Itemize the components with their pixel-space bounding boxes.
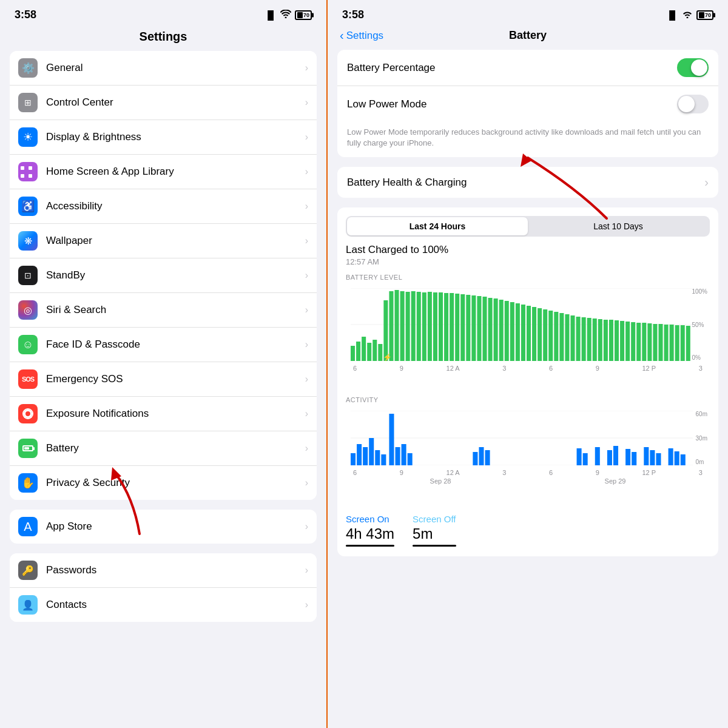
right-nav: ‹ Settings Battery [328,26,728,50]
svg-rect-16 [422,292,426,361]
svg-rect-15 [417,292,421,361]
x-12a: 12 A [447,365,460,372]
y-0: 0% [692,354,707,361]
left-status-icons: ▐▌ 70 [265,10,312,20]
sidebar-item-accessibility[interactable]: ♿ Accessibility › [10,189,317,224]
svg-rect-10 [389,291,393,361]
display-label: Display & Brightness [46,131,305,143]
back-button[interactable]: ‹ Settings [340,29,383,42]
ax-12p: 12 P [642,469,656,476]
svg-rect-76 [396,447,400,465]
sidebar-item-face-id[interactable]: ☺ Face ID & Passcode › [10,328,317,362]
right-battery-icon: 70 [696,10,713,20]
period-10d[interactable]: Last 10 Days [528,217,709,235]
battery-percentage-toggle[interactable] [677,58,709,77]
battery-label: Battery [46,442,305,454]
svg-rect-19 [439,292,443,361]
contacts-chevron: › [305,599,308,610]
toggle-group: Battery Percentage Low Power Mode Low Po… [337,50,718,157]
sidebar-item-exposure[interactable]: Exposure Notifications › [10,397,317,431]
screen-off-value: 5m [413,525,456,542]
sidebar-item-contacts[interactable]: 👤 Contacts › [10,588,317,622]
sidebar-item-wallpaper[interactable]: ❋ Wallpaper › [10,224,317,258]
display-chevron: › [305,132,308,143]
emergency-sos-chevron: › [305,374,308,385]
passwords-icon: 🔑 [18,561,38,580]
svg-rect-45 [582,317,586,361]
left-panel: 3:58 ▐▌ 70 Settings [0,0,328,728]
svg-rect-81 [485,450,490,465]
sidebar-item-control-center[interactable]: ⊞ Control Center › [10,86,317,120]
ax-6p: 6 [549,469,553,476]
svg-rect-53 [625,322,630,361]
svg-rect-80 [479,447,484,465]
svg-rect-31 [505,301,509,361]
standby-chevron: › [305,270,308,281]
control-center-chevron: › [305,97,308,108]
screen-on-value: 4h 43m [346,525,394,542]
svg-rect-4 [356,342,360,361]
sidebar-item-general[interactable]: ⚙️ General › [10,51,317,86]
x-3a: 3 [502,365,506,372]
svg-rect-88 [632,452,636,465]
settings-group-appstore: A App Store › [10,510,317,544]
svg-rect-6 [367,343,371,361]
svg-rect-14 [411,291,416,361]
emergency-sos-label: Emergency SOS [46,373,305,385]
accessibility-label: Accessibility [46,200,305,212]
svg-rect-58 [653,324,657,361]
battery-percentage-label: Battery Percentage [347,62,436,74]
svg-rect-75 [389,414,394,465]
svg-rect-44 [576,317,581,361]
sidebar-item-passwords[interactable]: 🔑 Passwords › [10,553,317,588]
battery-health-row[interactable]: Battery Health & Charging › [337,167,718,198]
svg-rect-17 [428,292,432,361]
sidebar-item-app-store[interactable]: A App Store › [10,510,317,544]
siri-label: Siri & Search [46,304,305,316]
svg-rect-55 [636,323,641,361]
svg-rect-9 [383,300,388,361]
accessibility-chevron: › [305,201,308,212]
sidebar-item-siri[interactable]: ◎ Siri & Search › [10,293,317,328]
sidebar-item-standby[interactable]: ⊡ StandBy › [10,258,317,293]
sidebar-item-home-screen[interactable]: Home Screen & App Library › [10,155,317,189]
sidebar-item-privacy[interactable]: ✋ Privacy & Security › [10,466,317,500]
activity-x-labels: 6 9 12 A 3 6 9 12 P 3 [351,469,705,476]
svg-rect-24 [466,295,470,361]
battery-chevron: › [305,443,308,454]
screen-stats: Screen On 4h 43m Screen Off 5m [346,509,710,556]
siri-chevron: › [305,305,308,315]
battery-level-svg: ⚡ [351,288,705,361]
period-24h[interactable]: Last 24 Hours [347,217,528,235]
svg-rect-35 [527,306,531,361]
low-power-toggle[interactable] [677,95,709,113]
svg-rect-63 [681,325,685,361]
home-screen-label: Home Screen & App Library [46,166,305,178]
svg-rect-94 [681,454,686,465]
battery-settings-icon [18,439,38,458]
sidebar-item-battery[interactable]: Battery › [10,431,317,466]
general-label: General [46,62,305,74]
y-0m: 0m [696,459,707,465]
svg-rect-71 [363,447,368,465]
low-power-toggle-knob [678,96,695,112]
svg-rect-8 [378,344,382,361]
battery-content: Battery Percentage Low Power Mode Low Po… [328,50,728,728]
svg-rect-62 [675,325,679,361]
battery-level-chart-section: BATTERY LEVEL 100% 50% 0% [346,274,710,386]
svg-rect-7 [372,340,377,361]
svg-rect-61 [670,325,674,361]
svg-rect-34 [521,305,525,361]
svg-rect-29 [494,298,498,361]
sidebar-item-display[interactable]: ☀ Display & Brightness › [10,120,317,155]
svg-rect-51 [615,320,619,361]
home-screen-icon [18,162,38,181]
y-100: 100% [692,288,707,295]
battery-page-title: Battery [509,29,547,42]
svg-rect-90 [650,450,655,465]
wallpaper-chevron: › [305,235,308,246]
sidebar-item-emergency-sos[interactable]: SOS Emergency SOS › [10,362,317,397]
x-9p: 9 [596,365,599,372]
left-page-title: Settings [0,26,326,51]
activity-svg [351,411,705,465]
